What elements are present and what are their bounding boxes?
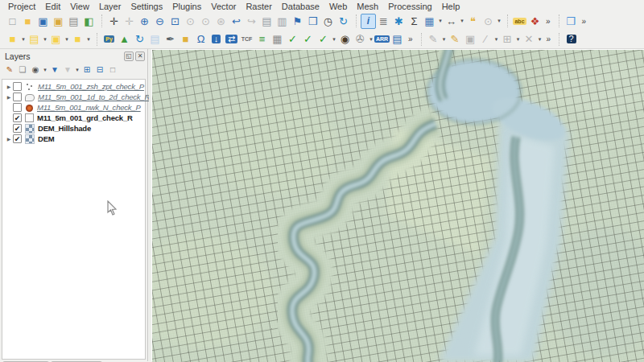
filter-by-expression-icon[interactable]: ▼ <box>61 64 74 76</box>
select-by-value-icon[interactable]: ▤ <box>27 31 42 47</box>
manage-layers-icon[interactable]: ❒ <box>564 14 579 29</box>
notes-tool-icon[interactable]: ▤ <box>147 31 163 47</box>
map-canvas[interactable] <box>151 49 644 361</box>
move-feature-icon[interactable]: ⊞ <box>500 31 515 47</box>
map-window-tool-icon[interactable]: ▦ <box>270 31 285 47</box>
python-console-icon[interactable]: Py <box>101 31 117 47</box>
help-icon[interactable]: ? <box>564 31 579 47</box>
layer-visibility-checkbox[interactable]: ✔ <box>13 124 22 133</box>
manage-map-themes-icon[interactable]: ◉ <box>29 64 42 76</box>
zoom-out-icon[interactable]: ⊖ <box>152 14 167 29</box>
menu-help[interactable]: Help <box>437 2 465 11</box>
check-files-gear-icon[interactable]: ✓ <box>300 31 316 47</box>
zoom-tools-dropdown[interactable]: ▾ <box>496 18 502 24</box>
style-manager-icon[interactable]: ◧ <box>81 14 97 29</box>
collapse-all-icon[interactable]: ⊟ <box>93 64 106 76</box>
menu-web[interactable]: Web <box>324 2 352 11</box>
layer-item-DEM_Hillshade[interactable]: ✔DEM_Hillshade <box>2 123 145 134</box>
pan-map-icon[interactable]: ✛ <box>106 14 122 29</box>
layer-item-M11_5m_001_1d_to_2d_check_R[interactable]: ▶M11_5m_001_1d_to_2d_check_R <box>2 92 145 102</box>
new-print-layout-icon[interactable]: ▤ <box>66 14 81 29</box>
menu-project[interactable]: Project <box>3 2 40 11</box>
import-tool-icon[interactable]: ↓ <box>208 31 224 47</box>
zoom-tools-icon[interactable]: ⊙ <box>481 14 496 29</box>
zoom-next-icon[interactable]: ↪ <box>244 14 259 29</box>
filter-by-expression-dropdown[interactable]: ▾ <box>74 67 80 73</box>
deselect-features-dropdown[interactable]: ▾ <box>64 36 70 43</box>
menu-layer[interactable]: Layer <box>94 2 126 11</box>
zoom-to-selection-icon[interactable]: ⊙ <box>183 14 198 29</box>
temporal-controller-icon[interactable]: ◷ <box>320 14 336 29</box>
menu-processing[interactable]: Processing <box>383 2 436 11</box>
toolbar-overflow-2[interactable]: » <box>579 17 590 26</box>
toolbar-overflow-4[interactable]: » <box>543 35 555 43</box>
layer-visibility-checkbox[interactable] <box>13 93 22 101</box>
layer-item-DEM[interactable]: ▶✔DEM <box>2 134 145 144</box>
select-all-features-icon[interactable]: ■ <box>70 31 85 47</box>
current-edits-dropdown[interactable]: ▾ <box>441 36 448 43</box>
insert-tcf-icon[interactable]: TCF <box>239 31 254 47</box>
attach-tool-dropdown[interactable]: ▾ <box>368 36 374 43</box>
processing-toolbox-icon[interactable]: ✱ <box>391 14 407 29</box>
add-feature-icon[interactable]: ∕ <box>478 31 493 47</box>
open-attribute-table-dropdown[interactable]: ▾ <box>437 18 444 24</box>
toolbar-overflow-3[interactable]: » <box>405 35 416 43</box>
select-all-features-dropdown[interactable]: ▾ <box>85 36 92 43</box>
arr-report-icon[interactable]: ▤ <box>390 31 405 47</box>
expand-arrow-icon[interactable]: ▶ <box>5 94 13 100</box>
layer-visibility-checkbox[interactable]: ✔ <box>13 113 22 122</box>
expand-arrow-icon[interactable]: ▶ <box>5 84 13 89</box>
panel-float-button[interactable]: ◱ <box>124 51 134 61</box>
project-open-icon[interactable]: ■ <box>20 14 35 29</box>
deselect-features-icon[interactable]: ▣ <box>48 31 64 47</box>
expand-arrow-icon[interactable]: ▶ <box>5 136 13 142</box>
remove-layer-icon[interactable]: □ <box>106 64 119 76</box>
attach-tool-icon[interactable]: ✇ <box>353 31 368 47</box>
toggle-editing-icon[interactable]: ✎ <box>448 31 463 47</box>
new-3d-map-view-icon[interactable]: ▥ <box>275 14 290 29</box>
zoom-in-icon[interactable]: ⊕ <box>137 14 152 29</box>
arr-tool-icon[interactable]: ARR <box>374 31 390 47</box>
manage-map-themes-dropdown[interactable]: ▾ <box>42 67 48 73</box>
owl-tool-icon[interactable]: ◉ <box>337 31 353 47</box>
project-save-icon[interactable]: ▣ <box>35 14 51 29</box>
check-files-1d-icon[interactable]: ✓ <box>316 31 331 47</box>
menu-vector[interactable]: Vector <box>206 2 241 11</box>
refresh-map-icon[interactable]: ↻ <box>336 14 351 29</box>
current-edits-icon[interactable]: ✎ <box>426 31 441 47</box>
select-rectangle-dropdown[interactable]: ▾ <box>20 36 27 43</box>
pen-shield-tool-icon[interactable]: ✒ <box>163 31 178 47</box>
save-layer-edits-icon[interactable]: ▣ <box>463 31 478 47</box>
identify-features-icon[interactable]: i <box>361 14 376 29</box>
open-layer-styling-icon[interactable]: ✎ <box>3 64 16 76</box>
show-bookmarks-icon[interactable]: ❒ <box>305 14 320 29</box>
layer-visibility-checkbox[interactable] <box>13 103 22 112</box>
menu-view[interactable]: View <box>65 2 94 11</box>
zoom-native-icon[interactable]: ⊛ <box>213 14 229 29</box>
project-new-icon[interactable]: □ <box>5 14 20 29</box>
filter-legend-icon[interactable]: ▼ <box>48 64 61 76</box>
vertex-tool-icon[interactable]: ✕ <box>522 31 537 47</box>
project-save-as-icon[interactable]: ▣ <box>51 14 66 29</box>
measure-dropdown[interactable]: ▾ <box>459 18 465 24</box>
layer-labeling-icon[interactable]: abc <box>512 14 527 29</box>
add-feature-dropdown[interactable]: ▾ <box>493 36 500 43</box>
layer-item-M11_5m_001_nwk_N_check_P[interactable]: M11_5m_001_nwk_N_check_P <box>2 102 145 113</box>
zoom-full-icon[interactable]: ⊡ <box>167 14 183 29</box>
menu-database[interactable]: Database <box>277 2 324 11</box>
menu-plugins[interactable]: Plugins <box>167 2 206 11</box>
panel-close-button[interactable]: ✕ <box>135 51 145 61</box>
layer-item-M11_5m_001_zsh_zpt_check_P[interactable]: ▶M11_5m_001_zsh_zpt_check_P <box>2 81 145 92</box>
map-tips-icon[interactable]: ❝ <box>465 14 481 29</box>
statistical-summary-icon[interactable]: Σ <box>407 14 422 29</box>
layer-visibility-checkbox[interactable] <box>13 82 22 91</box>
select-rectangle-icon[interactable]: ■ <box>5 31 20 47</box>
expand-all-icon[interactable]: ⊞ <box>80 64 93 76</box>
transfer-tool-icon[interactable]: ⇄ <box>224 31 239 47</box>
profile-tool-icon[interactable]: ≡ <box>254 31 270 47</box>
zoom-to-layer-icon[interactable]: ⊙ <box>198 14 213 29</box>
add-group-icon[interactable]: ❏ <box>16 64 29 76</box>
open-attribute-table-icon[interactable]: ▦ <box>422 14 437 29</box>
rotate-tool-icon[interactable]: ↻ <box>132 31 147 47</box>
layer-visibility-checkbox[interactable]: ✔ <box>13 134 22 143</box>
